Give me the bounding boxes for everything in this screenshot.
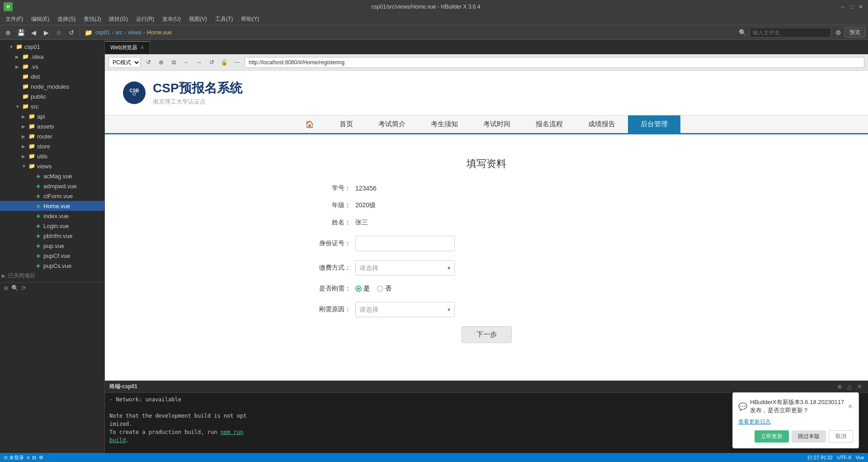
input-id-card[interactable]: [355, 236, 455, 251]
tree-item-csp01[interactable]: ▼ 📁 csp01: [0, 42, 104, 52]
nav-home[interactable]: 🏠: [292, 115, 327, 133]
tree-item-ctform[interactable]: ◈ ctForm.vue: [0, 191, 104, 201]
notification-changelog-link[interactable]: 查看更新日志: [738, 419, 771, 425]
radio-no[interactable]: 否: [377, 285, 392, 293]
app-title: CSP预报名系统: [153, 80, 242, 97]
browser-lock-btn[interactable]: 🔒: [219, 57, 229, 67]
close-button[interactable]: ✕: [857, 3, 864, 10]
tree-item-store[interactable]: ▶ 📁 store: [0, 141, 104, 151]
menu-select[interactable]: 选择(S): [54, 14, 79, 24]
tree-item-node-modules[interactable]: 📁 node_modules: [0, 81, 104, 91]
status-user[interactable]: ⊙ 未登录: [4, 454, 24, 461]
bookmark-button[interactable]: ☆: [53, 27, 64, 38]
tree-item-views[interactable]: ▼ 📁 views: [0, 161, 104, 171]
breadcrumb-src[interactable]: src: [115, 29, 123, 36]
terminal-npm-link[interactable]: npm run: [221, 429, 244, 435]
nav-exam-notice[interactable]: 考生须知: [418, 115, 471, 133]
terminal-expand-btn[interactable]: △: [845, 383, 854, 391]
menu-publish[interactable]: 发布(U): [159, 14, 184, 24]
menu-view[interactable]: 视图(V): [185, 14, 211, 24]
folder-button[interactable]: 📁: [83, 27, 94, 38]
browser-forward-btn[interactable]: →: [194, 57, 204, 67]
status-settings-icon[interactable]: ⚙: [39, 455, 43, 461]
maximize-button[interactable]: □: [848, 3, 855, 10]
nav-register-flow[interactable]: 报名流程: [523, 115, 576, 133]
tab-web-browser[interactable]: Web浏览器 ✕: [105, 41, 150, 54]
status-layout-icon[interactable]: ⊟: [32, 455, 36, 461]
new-file-button[interactable]: ⊕: [3, 27, 14, 38]
browser-refresh-btn[interactable]: ↺: [143, 57, 153, 67]
menu-find[interactable]: 查找(J): [80, 14, 104, 24]
browser-stop-btn[interactable]: ⊗: [156, 57, 166, 67]
terminal-build-link[interactable]: build: [109, 437, 126, 443]
update-now-button[interactable]: 立即更新: [755, 430, 789, 443]
notification-close-icon[interactable]: ✕: [848, 403, 853, 410]
breadcrumb-csp01[interactable]: csp01: [95, 29, 110, 36]
browser-duplicate-btn[interactable]: ⧉: [169, 57, 179, 67]
tree-item-pup[interactable]: ◈ pup.vue: [0, 241, 104, 251]
folder-icon: 📁: [22, 63, 29, 70]
menu-edit[interactable]: 编辑(E): [28, 14, 53, 24]
tree-item-pupcf[interactable]: ◈ pupCf.vue: [0, 251, 104, 261]
skip-version-button[interactable]: 跳过本版: [792, 430, 826, 443]
browser-back-btn[interactable]: ←: [181, 57, 191, 67]
menu-run[interactable]: 运行(R): [132, 14, 158, 24]
tree-item-idea[interactable]: ▶ 📁 .idea: [0, 52, 104, 62]
forward-button[interactable]: ▶: [41, 27, 52, 38]
next-button[interactable]: 下一步: [462, 326, 512, 343]
radio-yes[interactable]: 是: [355, 285, 370, 293]
file-search-input[interactable]: [750, 28, 831, 38]
select-payment[interactable]: 请选择: [355, 260, 455, 276]
nav-index[interactable]: 首页: [327, 115, 366, 133]
tree-item-router[interactable]: ▶ 📁 router: [0, 131, 104, 141]
terminal-close-btn[interactable]: ✕: [855, 383, 863, 391]
vue-file-icon: ◈: [34, 252, 42, 259]
back-button[interactable]: ◀: [28, 27, 39, 38]
tree-arrow: ▼: [15, 104, 22, 109]
sidebar-action-1[interactable]: ⊕: [4, 285, 9, 291]
menu-bar: 文件(F) 编辑(E) 选择(S) 查找(J) 跳转(G) 运行(R) 发布(U…: [0, 14, 868, 25]
select-urgent-reason[interactable]: 请选择: [355, 302, 455, 317]
nav-exam-intro[interactable]: 考试简介: [366, 115, 418, 133]
breadcrumb-views[interactable]: views: [128, 29, 142, 36]
menu-help[interactable]: 帮助(Y): [237, 14, 263, 24]
tree-item-pupcs[interactable]: ◈ pupCs.vue: [0, 261, 104, 271]
tree-item-admpwd[interactable]: ◈ admpwd.vue: [0, 181, 104, 191]
terminal-new-btn[interactable]: ⊕: [835, 383, 844, 391]
menu-tools[interactable]: 工具(T): [212, 14, 236, 24]
save-button[interactable]: 💾: [15, 27, 26, 38]
tree-item-pbinfm[interactable]: ◈ pbInfm.vue: [0, 231, 104, 241]
tab-close-icon[interactable]: ✕: [140, 45, 144, 51]
sidebar-action-3[interactable]: ⟳: [21, 285, 26, 291]
tree-item-src[interactable]: ▼ 📁 src: [0, 101, 104, 111]
nav-admin[interactable]: 后台管理: [628, 115, 680, 133]
browser-more-btn[interactable]: ⋯: [232, 57, 242, 67]
tree-item-acmag[interactable]: ◈ acMag.vue: [0, 171, 104, 181]
refresh-button[interactable]: ↺: [66, 27, 77, 38]
nav-exam-time[interactable]: 考试时间: [471, 115, 523, 133]
tree-item-public[interactable]: 📁 public: [0, 91, 104, 101]
registration-form: 填写资料 学号： 123456 年级： 2020级 姓名： 张三: [306, 148, 667, 352]
tree-item-api[interactable]: ▶ 📁 api: [0, 111, 104, 121]
vue-file-icon: ◈: [34, 262, 42, 269]
tree-item-vs[interactable]: ▶ 📁 .vs: [0, 62, 104, 71]
tree-item-assets[interactable]: ▶ 📁 assets: [0, 121, 104, 131]
menu-file[interactable]: 文件(F): [2, 14, 27, 24]
sidebar-action-2[interactable]: 🔍: [11, 285, 19, 291]
tree-item-dist[interactable]: 📁 dist: [0, 71, 104, 81]
browser-area: PC模式 ↺ ⊗ ⧉ ← → ↺ 🔒 ⋯ http://localhost:80…: [105, 54, 868, 381]
tree-item-home[interactable]: ◈ Home.vue: [0, 201, 104, 211]
tree-item-login[interactable]: ◈ Login.vue: [0, 221, 104, 231]
tree-item-index[interactable]: ◈ index.vue: [0, 211, 104, 221]
filter-icon[interactable]: ⚙: [833, 27, 844, 38]
browser-reload-btn[interactable]: ↺: [207, 57, 217, 67]
closed-projects-section[interactable]: ▶ 已关闭项目: [0, 271, 104, 281]
browser-mode-select[interactable]: PC模式: [108, 57, 141, 68]
preview-button[interactable]: 预览: [844, 27, 865, 38]
tree-item-utils[interactable]: ▶ 📁 utils: [0, 151, 104, 161]
menu-goto[interactable]: 跳转(G): [105, 14, 131, 24]
minimize-button[interactable]: ─: [839, 3, 846, 10]
status-tab-icon[interactable]: ≡: [27, 455, 29, 460]
nav-score-report[interactable]: 成绩报告: [576, 115, 628, 133]
cancel-update-button[interactable]: 取消: [829, 430, 853, 443]
